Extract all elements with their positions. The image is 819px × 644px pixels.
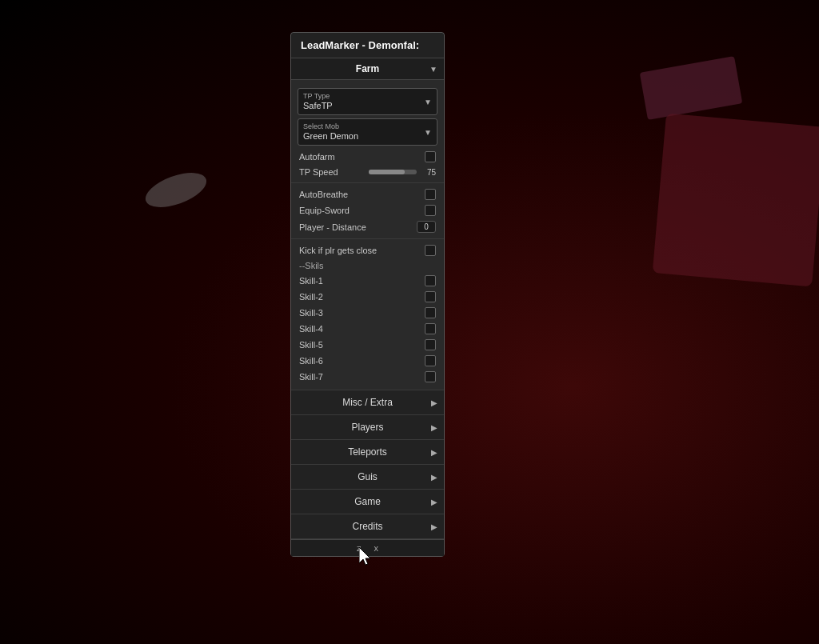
skill-4-label: Skill-4 — [299, 324, 323, 334]
skill-2-checkbox[interactable] — [425, 291, 436, 302]
skill-6-checkbox[interactable] — [425, 355, 436, 366]
tp-type-label: TP Type — [303, 92, 333, 100]
kick-plr-row: Kick if plr gets close — [291, 242, 444, 258]
skill-5-row: Skill-5 — [291, 337, 444, 353]
tp-speed-row: TP Speed 75 — [291, 165, 444, 179]
select-mob-dropdown[interactable]: Select Mob Green Demon ▼ — [298, 118, 437, 146]
teleports-section[interactable]: Teleports ▶ — [291, 440, 444, 465]
farm-section-content: TP Type SafeTP ▼ Select Mob Green Demon … — [291, 80, 444, 390]
tp-type-value: SafeTP — [303, 101, 333, 110]
skill-5-label: Skill-5 — [299, 340, 323, 350]
skill-3-row: Skill-3 — [291, 305, 444, 321]
skill-3-checkbox[interactable] — [425, 307, 436, 318]
autofarm-label: Autofarm — [299, 152, 335, 162]
tp-speed-label: TP Speed — [299, 167, 338, 177]
select-mob-value: Green Demon — [303, 131, 358, 141]
credits-label: Credits — [352, 521, 382, 532]
credits-section[interactable]: Credits ▶ — [291, 514, 444, 539]
teleports-chevron: ▶ — [431, 448, 437, 457]
teleports-label: Teleports — [348, 446, 387, 458]
skill-6-label: Skill-6 — [299, 356, 323, 366]
select-mob-label: Select Mob — [303, 122, 358, 130]
tp-speed-slider[interactable] — [369, 170, 417, 174]
equip-sword-row: Equip-Sword — [291, 202, 444, 218]
tp-type-dropdown[interactable]: TP Type SafeTP ▼ — [298, 88, 437, 115]
select-mob-arrow: ▼ — [424, 128, 432, 137]
skill-7-checkbox[interactable] — [425, 371, 436, 382]
skill-1-row: Skill-1 — [291, 273, 444, 289]
game-chevron: ▶ — [431, 498, 437, 506]
equip-sword-label: Equip-Sword — [299, 206, 350, 215]
guis-label: Guis — [358, 471, 378, 482]
skill-1-checkbox[interactable] — [425, 275, 436, 286]
skill-7-label: Skill-7 — [299, 372, 323, 382]
equip-sword-checkbox[interactable] — [425, 205, 436, 216]
misc-extra-label: Misc / Extra — [342, 397, 393, 408]
game-label: Game — [354, 496, 381, 507]
player-distance-row: Player - Distance 0 — [291, 218, 444, 235]
skill-6-row: Skill-6 — [291, 353, 444, 369]
tp-speed-fill — [369, 170, 405, 174]
skill-5-checkbox[interactable] — [425, 339, 436, 350]
divider-2 — [291, 238, 444, 239]
skill-2-row: Skill-2 — [291, 289, 444, 305]
farm-section-header[interactable]: Farm ▼ — [291, 58, 444, 80]
players-chevron: ▶ — [431, 423, 437, 432]
misc-extra-chevron: ▶ — [431, 398, 437, 407]
guis-chevron: ▶ — [431, 473, 437, 482]
players-section[interactable]: Players ▶ — [291, 415, 444, 440]
tp-speed-value: 75 — [420, 168, 436, 177]
main-panel: LeadMarker - Demonfal: Farm ▼ TP Type Sa… — [290, 32, 445, 557]
tp-speed-slider-container: 75 — [369, 168, 436, 177]
game-section[interactable]: Game ▶ — [291, 490, 444, 514]
player-distance-value: 0 — [417, 221, 436, 233]
kick-plr-checkbox[interactable] — [425, 245, 436, 256]
skill-4-checkbox[interactable] — [425, 323, 436, 334]
autobreathe-label: AutoBreathe — [299, 190, 348, 199]
panel-title: LeadMarker - Demonfal: — [291, 33, 444, 58]
bg-decoration-2 — [653, 114, 819, 287]
skill-1-label: Skill-1 — [299, 276, 323, 286]
farm-label: Farm — [356, 63, 379, 74]
farm-chevron: ▼ — [429, 65, 437, 74]
kick-plr-label: Kick if plr gets close — [299, 246, 377, 255]
skill-4-row: Skill-4 — [291, 321, 444, 337]
skill-2-label: Skill-2 — [299, 292, 323, 302]
player-distance-label: Player - Distance — [299, 222, 366, 232]
guis-section[interactable]: Guis ▶ — [291, 465, 444, 490]
cursor-icon — [359, 547, 375, 566]
autobreathe-row: AutoBreathe — [291, 186, 444, 202]
autobreathe-checkbox[interactable] — [425, 189, 436, 200]
autofarm-checkbox[interactable] — [425, 151, 436, 162]
credits-chevron: ▶ — [431, 522, 437, 531]
misc-extra-section[interactable]: Misc / Extra ▶ — [291, 390, 444, 415]
skill-3-label: Skill-3 — [299, 308, 323, 318]
players-label: Players — [351, 422, 383, 433]
skils-header: --Skils — [291, 258, 444, 273]
divider-1 — [291, 182, 444, 183]
autofarm-row: Autofarm — [291, 149, 444, 165]
skill-7-row: Skill-7 — [291, 369, 444, 385]
tp-type-arrow: ▼ — [424, 98, 432, 106]
